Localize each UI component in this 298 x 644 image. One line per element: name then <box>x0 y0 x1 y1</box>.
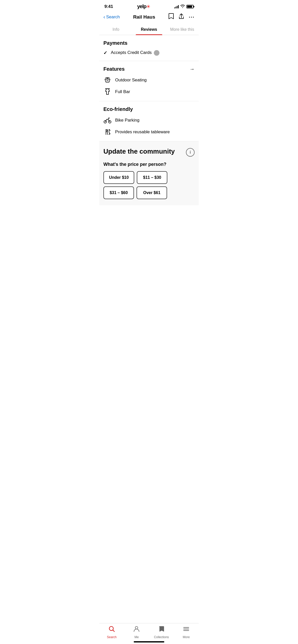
status-time: 9:41 <box>104 4 113 9</box>
nav-actions: ··· <box>168 13 195 21</box>
features-header: Features → <box>103 66 195 72</box>
payments-section: Payments ✓ Accepts Credit Cards <box>99 35 199 61</box>
nav-bar: ‹ Search Rail Haus ··· <box>99 11 199 24</box>
main-content: Payments ✓ Accepts Credit Cards Features… <box>99 35 199 226</box>
update-community-title: Update the community <box>103 148 186 155</box>
price-31-60[interactable]: $31 – $60 <box>103 186 134 199</box>
tab-info[interactable]: Info <box>99 24 132 35</box>
back-label: Search <box>106 14 120 20</box>
update-header: Update the community i <box>103 148 195 157</box>
outdoor-seating-icon <box>103 76 112 84</box>
tab-more-like-this[interactable]: More like this <box>166 24 199 35</box>
svg-point-3 <box>109 118 110 119</box>
bookmark-icon <box>168 13 174 20</box>
eco-friendly-title: Eco-friendly <box>103 106 195 112</box>
bike-parking-icon <box>103 116 112 124</box>
feature-reusable-tableware: Provides reusable tableware <box>103 128 195 136</box>
payment-item: ✓ Accepts Credit Cards <box>103 50 195 56</box>
full-bar-icon <box>103 88 112 96</box>
chevron-left-icon: ‹ <box>103 14 105 20</box>
tab-reviews[interactable]: Reviews <box>132 24 166 35</box>
price-over-61[interactable]: Over $61 <box>137 186 167 199</box>
signal-icon <box>174 5 179 8</box>
gray-dot-overlay <box>154 50 159 56</box>
update-community-section: Update the community i What's the price … <box>99 141 199 205</box>
wifi-icon <box>180 4 185 9</box>
status-icons <box>174 4 194 9</box>
page-title: Rail Haus <box>133 14 155 20</box>
payment-label: Accepts Credit Cards <box>111 50 159 56</box>
feature-outdoor-seating: Outdoor Seating <box>103 76 195 84</box>
ellipsis-icon: ··· <box>189 14 195 20</box>
share-button[interactable] <box>179 13 184 21</box>
bookmark-button[interactable] <box>168 13 174 21</box>
checkmark-icon: ✓ <box>103 50 107 56</box>
yelp-logo-area: yelp✳ <box>137 4 150 9</box>
reusable-tableware-icon <box>103 128 112 136</box>
full-bar-label: Full Bar <box>115 89 130 94</box>
features-arrow-icon[interactable]: → <box>189 66 195 72</box>
features-section: Features → Outdoor Seating <box>99 61 199 101</box>
share-icon <box>179 13 184 20</box>
bike-parking-label: Bike Parking <box>115 118 139 123</box>
tab-bar: Info Reviews More like this <box>99 24 199 35</box>
price-under-10[interactable]: Under $10 <box>103 171 134 184</box>
reusable-tableware-label: Provides reusable tableware <box>115 129 170 135</box>
price-11-30[interactable]: $11 – $30 <box>137 171 167 184</box>
eco-friendly-section: Eco-friendly Bike Parking <box>99 101 199 141</box>
yelp-burst-icon: ✳ <box>146 4 150 9</box>
payments-title: Payments <box>103 40 195 46</box>
yelp-logo-text: yelp <box>137 4 146 9</box>
back-button[interactable]: ‹ Search <box>103 14 120 20</box>
more-button[interactable]: ··· <box>189 14 195 20</box>
status-bar: 9:41 yelp✳ <box>99 0 199 11</box>
feature-full-bar: Full Bar <box>103 88 195 96</box>
info-circle-icon[interactable]: i <box>186 148 195 157</box>
price-question: What's the price per person? <box>103 162 195 167</box>
features-title: Features <box>103 66 125 72</box>
feature-bike-parking: Bike Parking <box>103 116 195 124</box>
outdoor-seating-label: Outdoor Seating <box>115 78 147 83</box>
price-options: Under $10 $11 – $30 $31 – $60 Over $61 <box>103 171 195 199</box>
battery-icon <box>186 5 194 8</box>
